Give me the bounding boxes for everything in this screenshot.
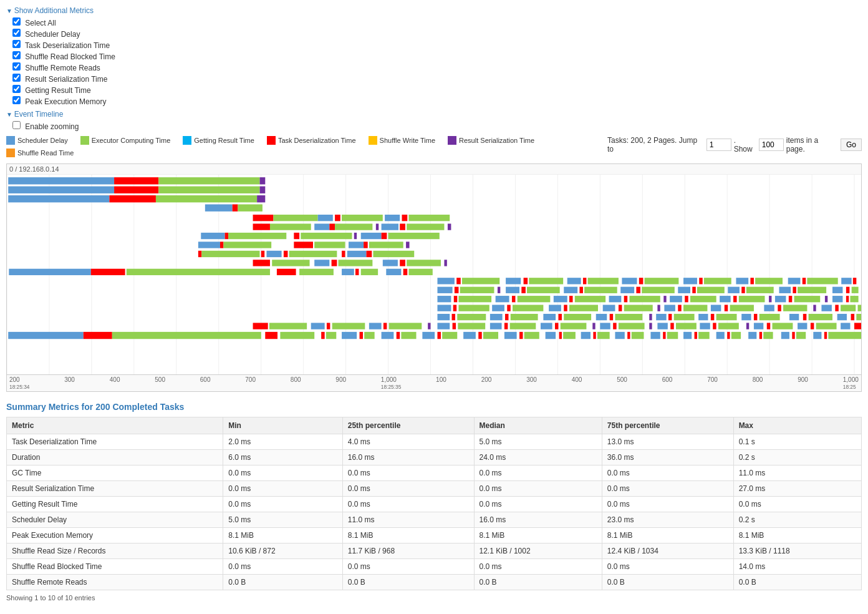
- checkbox-label-cb_select_all[interactable]: Select All: [12, 17, 862, 27]
- cb_shuffle_blocked[interactable]: [12, 51, 21, 59]
- metric-value: 11.0 ms: [733, 465, 861, 481]
- svg-rect-187: [619, 305, 622, 311]
- svg-rect-177: [437, 305, 451, 311]
- svg-rect-73: [201, 251, 259, 257]
- svg-rect-91: [9, 269, 91, 275]
- svg-rect-235: [327, 323, 330, 329]
- svg-rect-289: [504, 332, 517, 339]
- svg-rect-132: [564, 287, 577, 293]
- table-row: Result Serialization Time0.0 ms0.0 ms0.0…: [7, 481, 862, 497]
- checkbox-label-cb_peak_memory[interactable]: Peak Execution Memory: [12, 96, 862, 106]
- svg-rect-218: [668, 314, 672, 320]
- svg-rect-308: [727, 332, 730, 339]
- svg-rect-143: [746, 287, 774, 293]
- checkbox-label-cb_shuffle_blocked[interactable]: Shuffle Read Blocked Time: [12, 51, 862, 61]
- enable-zooming-checkbox[interactable]: [12, 121, 21, 129]
- cb_getting_result[interactable]: [12, 85, 21, 93]
- table-row: GC Time0.0 ms0.0 ms0.0 ms0.0 ms11.0 ms: [7, 465, 862, 481]
- svg-rect-127: [460, 287, 494, 293]
- svg-rect-118: [750, 278, 753, 284]
- svg-rect-49: [376, 223, 379, 230]
- metric-value: 12.4 KiB / 1034: [602, 543, 733, 559]
- svg-rect-184: [564, 305, 567, 311]
- metric-value: 4.0 ms: [342, 434, 474, 450]
- svg-rect-59: [354, 233, 357, 239]
- svg-rect-256: [670, 323, 673, 329]
- enable-zooming-label[interactable]: Enable zooming: [12, 122, 79, 131]
- cb_result_serialization[interactable]: [12, 74, 21, 82]
- svg-rect-153: [496, 296, 509, 302]
- svg-rect-277: [342, 332, 357, 339]
- svg-rect-106: [524, 278, 528, 284]
- checkbox-label-cb_getting_result[interactable]: Getting Result Time: [12, 85, 862, 95]
- svg-rect-161: [629, 296, 660, 302]
- checkbox-label-cb_scheduler_delay[interactable]: Scheduler Delay: [12, 29, 862, 39]
- svg-rect-169: [769, 296, 771, 302]
- legend-color-box: [267, 136, 276, 145]
- svg-rect-129: [506, 287, 519, 293]
- svg-rect-123: [841, 278, 851, 284]
- svg-rect-109: [583, 278, 586, 284]
- svg-rect-46: [314, 223, 329, 230]
- svg-rect-266: [811, 323, 814, 329]
- svg-rect-72: [198, 251, 201, 257]
- svg-rect-229: [837, 314, 847, 320]
- svg-rect-260: [718, 323, 739, 329]
- svg-rect-220: [698, 314, 708, 320]
- metric-name: Shuffle Remote Reads: [7, 575, 223, 590]
- svg-rect-80: [366, 251, 372, 257]
- svg-rect-25: [8, 187, 114, 193]
- metric-value: 11.7 KiB / 968: [342, 543, 474, 559]
- svg-rect-176: [850, 296, 858, 302]
- svg-rect-254: [649, 323, 652, 329]
- svg-rect-117: [736, 278, 748, 284]
- metric-name: Duration: [7, 450, 223, 465]
- checkbox-label-cb_shuffle_remote[interactable]: Shuffle Remote Reads: [12, 62, 862, 72]
- svg-rect-255: [657, 323, 667, 329]
- svg-rect-294: [563, 332, 576, 339]
- svg-rect-201: [835, 305, 838, 311]
- svg-rect-310: [748, 332, 756, 339]
- svg-rect-216: [649, 314, 652, 320]
- timeline-svg[interactable]: [7, 175, 861, 374]
- show-additional-metrics[interactable]: Show Additional Metrics: [6, 6, 862, 15]
- cb_scheduler_delay[interactable]: [12, 29, 21, 37]
- event-timeline-header[interactable]: Event Timeline: [6, 110, 862, 119]
- svg-rect-55: [225, 233, 228, 239]
- svg-rect-126: [455, 287, 459, 293]
- svg-rect-61: [382, 233, 387, 239]
- svg-rect-36: [253, 215, 274, 221]
- metric-value: 0.0 ms: [474, 481, 602, 497]
- cb_select_all[interactable]: [12, 17, 21, 26]
- svg-rect-241: [437, 323, 450, 329]
- svg-rect-313: [781, 332, 789, 339]
- svg-rect-183: [549, 305, 561, 311]
- metric-name: Scheduler Delay: [7, 512, 223, 528]
- svg-rect-60: [361, 233, 382, 239]
- checkbox-label-cb_result_serialization[interactable]: Result Serialization Time: [12, 74, 862, 84]
- svg-rect-249: [561, 323, 587, 329]
- svg-rect-194: [725, 305, 728, 311]
- table-header-75th-percentile: 75th percentile: [602, 417, 733, 434]
- svg-rect-78: [342, 251, 345, 257]
- cb_peak_memory[interactable]: [12, 96, 21, 104]
- items-per-page-input[interactable]: [759, 139, 784, 151]
- legend-label: Getting Result Time: [194, 137, 254, 144]
- summary-highlight: 200 Completed Tasks: [95, 402, 184, 412]
- cb_shuffle_remote[interactable]: [12, 62, 21, 71]
- enable-zooming-container: Enable zooming: [12, 121, 862, 131]
- cb_task_deserialization[interactable]: [12, 40, 21, 48]
- svg-rect-70: [369, 241, 403, 248]
- svg-rect-208: [505, 314, 508, 320]
- svg-rect-64: [220, 241, 223, 248]
- go-button[interactable]: Go: [841, 139, 862, 151]
- svg-rect-236: [332, 323, 365, 329]
- svg-rect-57: [294, 233, 299, 239]
- svg-rect-271: [84, 332, 112, 339]
- legend-label: Task Deserialization Time: [278, 137, 356, 144]
- svg-rect-172: [794, 296, 821, 302]
- legend-item: Scheduler Delay: [6, 136, 68, 145]
- svg-rect-101: [408, 269, 432, 275]
- jump-to-input[interactable]: [706, 139, 731, 151]
- checkbox-label-cb_task_deserialization[interactable]: Task Deserialization Time: [12, 40, 862, 50]
